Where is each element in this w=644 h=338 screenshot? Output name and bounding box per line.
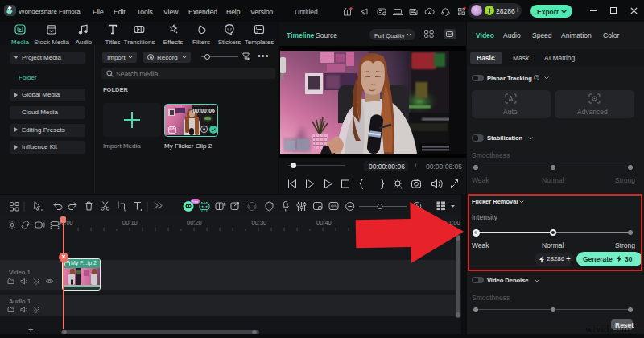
svg-text:00:30: 00:30 [252,219,267,226]
svg-text:00:10: 00:10 [122,219,138,226]
svg-text:00:20: 00:20 [187,219,202,226]
svg-text:00:40: 00:40 [316,219,332,226]
